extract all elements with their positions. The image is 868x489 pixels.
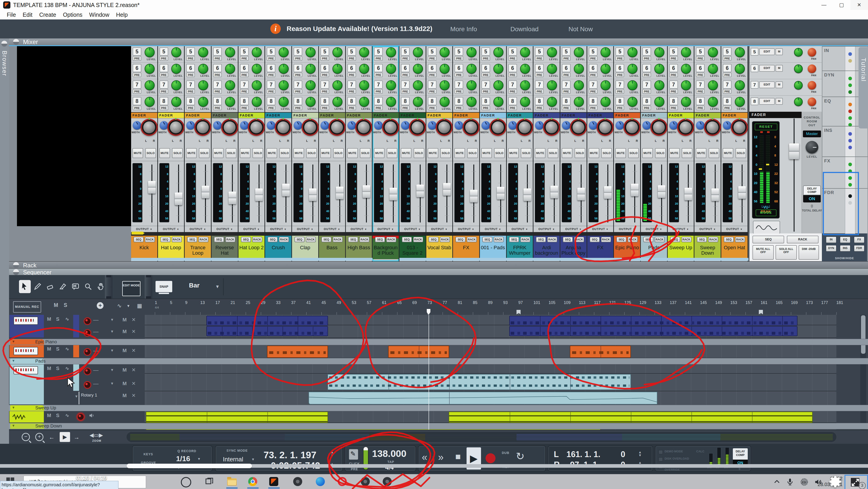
pre-button[interactable]: PRE [213,89,222,94]
fader-handle[interactable] [363,185,370,198]
mute-button[interactable]: MUTE [669,148,680,158]
solo-all-off-button[interactable]: SOLO ALL OFF [776,245,797,260]
zoom-out-icon[interactable]: − [22,433,30,441]
channel-label[interactable]: SEQRACKHat Loop 2 [239,235,265,259]
solo-button[interactable]: SOLO [440,148,451,158]
send-level-knob[interactable] [681,64,691,74]
seq-button[interactable]: SEQ [429,237,438,242]
sweep-up-solo[interactable]: S [56,412,59,419]
send-level-knob[interactable] [681,80,691,90]
rack-button[interactable]: RACK [735,237,745,242]
record-button[interactable] [486,453,495,463]
seq-button[interactable]: SEQ [483,237,492,242]
send-level-knob[interactable] [333,47,342,57]
solo-button[interactable]: SOLO [467,148,478,158]
show-hide-in-button[interactable]: IN [826,237,836,243]
mute-button[interactable]: MUTE [481,148,492,158]
pre-button[interactable]: PRE [482,56,490,61]
pre-button[interactable]: PRE [347,56,356,61]
pads-solo[interactable]: S [56,366,59,371]
download-link[interactable]: Download [510,26,539,33]
chevron-down-icon[interactable]: ▼ [215,284,220,289]
pre-button[interactable]: PRE [696,106,705,110]
send-level-knob[interactable] [654,97,664,107]
rotary-lane-close[interactable]: ✕ [131,393,135,399]
pre-button[interactable]: PRE [240,89,249,94]
fader-handle[interactable] [336,186,344,199]
mute-tool-tool[interactable] [70,280,81,293]
pan-knob[interactable] [734,121,745,133]
padsa-clip[interactable] [309,392,657,404]
position-spinner[interactable]: ▲▼ [331,451,334,457]
chevron-down-icon[interactable]: ▼ [251,458,255,461]
sweep-clip[interactable] [449,412,813,423]
mute-button[interactable]: MUTE [132,148,143,158]
rack-button[interactable]: RACK [520,237,530,242]
seq-button[interactable]: SEQ [348,237,358,242]
send-level-knob[interactable] [198,80,208,90]
seq-button[interactable]: SEQ [670,237,680,242]
width-knob[interactable] [133,121,141,130]
send-level-knob[interactable] [359,80,369,90]
send-level-knob[interactable] [654,80,664,90]
pre-button[interactable]: PRE [455,56,463,61]
stop-button[interactable]: ■ [455,452,461,465]
width-knob[interactable] [616,121,624,130]
keys-button[interactable]: KEYS [144,452,153,456]
width-knob[interactable] [723,121,732,130]
pads-lane2-target-arrow[interactable]: ▼ [110,381,114,386]
nav-left-arrow[interactable]: ← [49,434,55,441]
solo-button[interactable]: SOLO [521,148,531,158]
browser-tab[interactable]: Browser [1,51,8,76]
automation-icon[interactable]: ∿ [117,303,122,309]
nav-right-arrow[interactable]: → [74,434,80,441]
output-row[interactable]: OUTPUT ▼ [426,226,453,232]
loop-left-sub[interactable]: 0 [621,450,625,459]
taskbar-icon-chrome[interactable] [248,477,258,487]
blue2-clip[interactable] [509,326,798,336]
pre-button[interactable]: PRE [562,56,570,61]
collapse-arrow-icon[interactable]: ▼ [12,406,15,409]
blue1-clip[interactable] [206,316,328,326]
mute-button[interactable]: MUTE [508,148,519,158]
send-level-knob[interactable] [735,64,745,74]
return-level-knob[interactable] [794,97,803,106]
send-level-knob[interactable] [279,97,289,107]
pre-label[interactable]: PRE [351,467,358,471]
pre-button[interactable]: PRE [267,89,275,94]
send-level-knob[interactable] [493,97,503,107]
send-level-knob[interactable] [493,47,503,57]
send-level-knob[interactable] [306,80,315,90]
send-level-knob[interactable] [440,47,450,57]
mixer-header[interactable]: Mixer [9,38,868,46]
send-level-knob[interactable] [708,64,718,74]
pre-button[interactable]: PRE [428,89,436,94]
rack-button[interactable]: RACK [574,237,584,242]
track-epic-piano[interactable] [9,345,44,357]
pre-button[interactable]: PRE [482,89,490,94]
solo-button[interactable]: SOLO [252,148,263,158]
sequencer-collapse-orb[interactable] [13,269,19,275]
fader-handle[interactable] [282,184,290,196]
pre-button[interactable]: PRE [508,56,517,61]
pre-button[interactable]: PRE [293,106,302,110]
channel-label[interactable]: SEQRACKCrush [265,235,291,259]
pre-button[interactable]: PRE [455,106,463,110]
fader-handle[interactable] [577,188,585,200]
pre-button[interactable]: PRE [535,56,544,61]
send-level-knob[interactable] [600,97,611,107]
output-row[interactable]: OUTPUT ▼ [319,226,345,232]
pre-button[interactable]: PRE [589,106,597,110]
show-hide-ins-button[interactable]: INS [840,245,850,252]
snap-button[interactable]: SNAP [156,281,172,292]
channel-label[interactable]: SEQRACK001 - Pads [480,235,506,259]
send-level-knob[interactable] [735,80,745,90]
mute-button[interactable]: M [776,49,783,55]
loop-left-value[interactable]: 161. 1. 1. [566,450,600,459]
seq-button[interactable]: SEQ [724,237,734,242]
send-level-knob[interactable] [708,80,718,90]
mute-button[interactable]: MUTE [267,148,277,158]
epic-auto-icon[interactable]: ∿ [65,346,69,352]
vu-reset-button[interactable]: RESET [755,123,777,130]
grid-view-icon[interactable]: ▦ [137,303,142,309]
